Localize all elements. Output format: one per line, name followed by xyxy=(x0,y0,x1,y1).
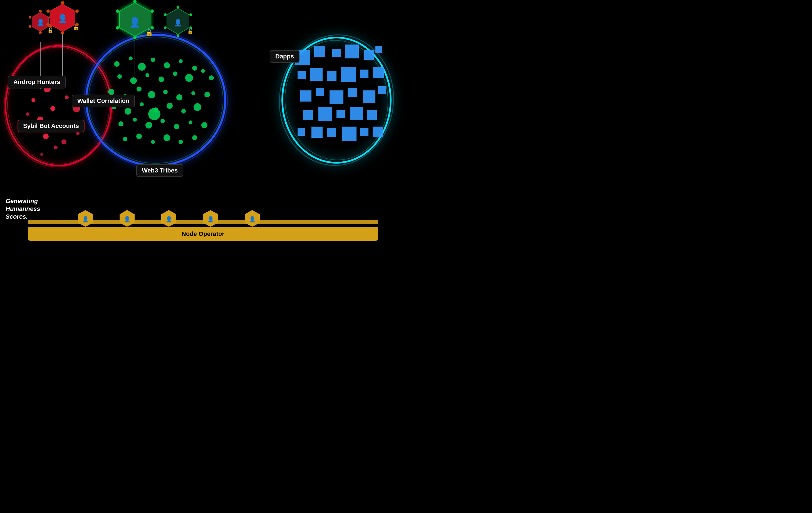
svg-point-127 xyxy=(133,36,137,39)
svg-point-55 xyxy=(167,103,173,109)
svg-marker-141 xyxy=(120,210,135,227)
svg-text:👤: 👤 xyxy=(249,216,256,223)
svg-point-114 xyxy=(75,9,79,13)
svg-text:🔓: 🔓 xyxy=(47,27,54,33)
svg-point-125 xyxy=(150,26,154,29)
svg-rect-83 xyxy=(373,67,384,78)
svg-point-109 xyxy=(39,31,42,34)
svg-text:👤: 👤 xyxy=(37,19,45,26)
web3-tribes-label: Web3 Tribes xyxy=(136,164,183,177)
svg-point-65 xyxy=(123,137,127,141)
svg-point-106 xyxy=(29,25,31,28)
svg-rect-82 xyxy=(360,69,369,78)
svg-point-134 xyxy=(190,26,192,29)
svg-marker-101 xyxy=(32,12,49,31)
svg-marker-145 xyxy=(203,210,218,227)
svg-marker-139 xyxy=(78,210,93,227)
svg-rect-96 xyxy=(312,126,323,138)
svg-point-39 xyxy=(173,72,177,76)
svg-point-56 xyxy=(181,109,186,114)
svg-marker-110 xyxy=(50,4,75,31)
svg-marker-143 xyxy=(161,210,176,227)
svg-point-52 xyxy=(124,108,131,115)
svg-text:👤: 👤 xyxy=(82,216,89,223)
svg-rect-138 xyxy=(28,220,378,224)
svg-text:🔓: 🔓 xyxy=(187,28,194,34)
svg-point-66 xyxy=(136,134,142,139)
svg-text:👤: 👤 xyxy=(124,216,131,223)
svg-point-50 xyxy=(204,92,210,97)
svg-point-131 xyxy=(164,13,167,16)
svg-marker-119 xyxy=(120,3,150,36)
svg-point-20 xyxy=(65,95,69,99)
svg-rect-80 xyxy=(327,71,337,81)
svg-rect-97 xyxy=(327,128,336,137)
svg-point-124 xyxy=(116,26,119,29)
svg-rect-137 xyxy=(28,227,378,240)
svg-rect-94 xyxy=(367,110,377,120)
svg-point-107 xyxy=(49,25,52,28)
svg-point-32 xyxy=(164,62,170,68)
svg-point-61 xyxy=(161,119,165,123)
svg-point-57 xyxy=(194,103,201,111)
svg-point-64 xyxy=(201,122,207,128)
svg-point-33 xyxy=(179,59,183,63)
svg-rect-76 xyxy=(364,50,374,60)
svg-rect-75 xyxy=(345,45,359,58)
svg-point-27 xyxy=(61,139,66,144)
svg-point-41 xyxy=(201,69,205,73)
dapps-label: Dapps xyxy=(270,50,299,63)
svg-rect-78 xyxy=(297,71,306,79)
svg-rect-77 xyxy=(375,46,382,53)
svg-rect-89 xyxy=(378,86,386,94)
svg-rect-99 xyxy=(360,128,369,136)
svg-rect-84 xyxy=(300,90,312,102)
svg-rect-91 xyxy=(318,107,332,121)
svg-point-45 xyxy=(137,87,142,91)
svg-point-116 xyxy=(75,23,79,26)
svg-point-118 xyxy=(61,31,64,34)
sybil-bot-accounts-label: Sybil Bot Accounts xyxy=(18,120,85,133)
svg-point-48 xyxy=(176,94,182,101)
svg-point-15 xyxy=(31,98,35,102)
svg-point-35 xyxy=(117,74,122,79)
svg-text:Humanness: Humanness xyxy=(5,205,40,212)
svg-rect-98 xyxy=(342,126,356,141)
svg-point-53 xyxy=(140,103,144,106)
svg-point-67 xyxy=(151,140,155,144)
svg-text:🔓: 🔓 xyxy=(145,29,153,36)
svg-point-49 xyxy=(191,91,195,95)
svg-point-42 xyxy=(209,76,214,80)
svg-rect-90 xyxy=(303,110,313,120)
svg-point-25 xyxy=(54,145,58,149)
svg-text:🔓: 🔓 xyxy=(73,24,80,31)
svg-text:👤: 👤 xyxy=(174,19,182,27)
svg-point-34 xyxy=(192,66,197,71)
svg-point-26 xyxy=(40,153,43,156)
svg-rect-79 xyxy=(310,68,323,81)
svg-text:👤: 👤 xyxy=(58,14,67,23)
svg-rect-92 xyxy=(337,110,345,118)
svg-rect-95 xyxy=(297,128,305,136)
svg-point-24 xyxy=(26,112,29,116)
svg-text:Generating: Generating xyxy=(5,198,38,204)
svg-rect-73 xyxy=(314,46,325,57)
svg-rect-74 xyxy=(332,49,341,57)
svg-point-113 xyxy=(47,9,50,13)
svg-point-46 xyxy=(148,91,155,98)
svg-point-133 xyxy=(164,26,167,29)
svg-point-62 xyxy=(174,124,179,130)
svg-point-68 xyxy=(164,134,170,141)
svg-point-16 xyxy=(50,106,55,111)
svg-point-71 xyxy=(148,108,161,120)
svg-point-135 xyxy=(177,5,179,8)
svg-point-29 xyxy=(129,56,133,60)
wallet-correlation-label: Wallet Correlation xyxy=(72,94,135,107)
svg-point-122 xyxy=(116,9,119,13)
svg-point-30 xyxy=(138,63,146,71)
svg-point-38 xyxy=(158,77,164,82)
svg-text:👤: 👤 xyxy=(129,17,141,28)
svg-point-28 xyxy=(114,61,120,67)
svg-text:Scores.: Scores. xyxy=(5,213,28,220)
svg-point-19 xyxy=(43,134,49,139)
